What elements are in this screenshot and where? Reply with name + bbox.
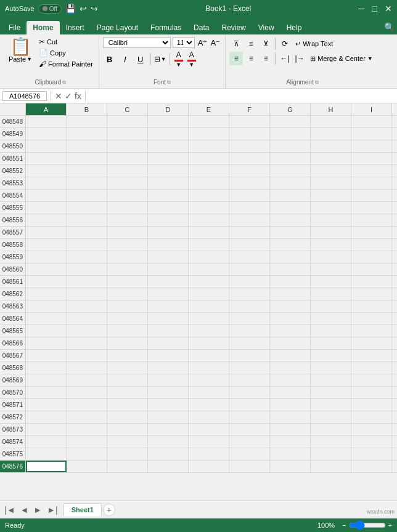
cell[interactable] bbox=[311, 362, 351, 374]
cell[interactable] bbox=[229, 436, 270, 448]
cell[interactable] bbox=[107, 374, 148, 386]
maximize-button[interactable]: □ bbox=[372, 4, 377, 14]
cell[interactable] bbox=[270, 411, 311, 423]
cell[interactable] bbox=[270, 387, 311, 398]
cell[interactable] bbox=[107, 362, 148, 374]
cell[interactable] bbox=[189, 276, 229, 288]
cell[interactable] bbox=[189, 411, 229, 423]
zoom-slider[interactable] bbox=[349, 520, 386, 530]
cell[interactable] bbox=[311, 190, 351, 201]
cell[interactable] bbox=[107, 276, 148, 288]
cell[interactable] bbox=[189, 399, 229, 411]
merge-center-button[interactable]: ⊞ Merge & Center ▼ bbox=[308, 54, 375, 64]
cell[interactable] bbox=[311, 177, 351, 189]
sheet-nav-prev[interactable]: ◄ bbox=[18, 504, 31, 516]
cell[interactable] bbox=[26, 461, 67, 472]
row-number[interactable]: 048569 bbox=[0, 374, 26, 386]
cell[interactable] bbox=[67, 128, 107, 140]
cell[interactable] bbox=[107, 313, 148, 324]
col-header-i[interactable]: I bbox=[351, 103, 392, 115]
align-left-button[interactable]: ≡ bbox=[229, 52, 243, 65]
cell[interactable] bbox=[229, 461, 270, 472]
cell[interactable] bbox=[67, 288, 107, 300]
cell[interactable] bbox=[107, 214, 148, 226]
cell[interactable] bbox=[26, 436, 67, 448]
tab-file[interactable]: File bbox=[2, 21, 27, 34]
align-top-button[interactable]: ⊼ bbox=[229, 37, 243, 50]
cell[interactable] bbox=[311, 276, 351, 288]
cell[interactable] bbox=[67, 153, 107, 164]
cell[interactable] bbox=[351, 448, 392, 460]
cell[interactable] bbox=[107, 227, 148, 238]
cell[interactable] bbox=[229, 190, 270, 201]
cell[interactable] bbox=[311, 448, 351, 460]
cell[interactable] bbox=[351, 362, 392, 374]
cell[interactable] bbox=[351, 190, 392, 201]
cell[interactable] bbox=[189, 325, 229, 337]
cell[interactable] bbox=[26, 448, 67, 460]
row-number[interactable]: 048570 bbox=[0, 387, 26, 398]
cell[interactable] bbox=[270, 239, 311, 251]
cell[interactable] bbox=[270, 251, 311, 263]
tab-view[interactable]: View bbox=[252, 21, 280, 34]
cell[interactable] bbox=[107, 288, 148, 300]
cell[interactable] bbox=[148, 264, 189, 275]
cell[interactable] bbox=[351, 461, 392, 472]
cell[interactable] bbox=[148, 288, 189, 300]
cell[interactable] bbox=[67, 461, 107, 472]
cell[interactable] bbox=[107, 140, 148, 152]
cell[interactable] bbox=[26, 153, 67, 164]
cell[interactable] bbox=[189, 165, 229, 177]
row-number[interactable]: 048565 bbox=[0, 325, 26, 337]
sheet-nav-first[interactable]: |◄ bbox=[2, 504, 17, 516]
row-number[interactable]: 048561 bbox=[0, 276, 26, 288]
cell[interactable] bbox=[26, 399, 67, 411]
cell[interactable] bbox=[26, 325, 67, 337]
cell[interactable] bbox=[67, 448, 107, 460]
row-number[interactable]: 048555 bbox=[0, 202, 26, 214]
minimize-button[interactable]: ─ bbox=[359, 4, 365, 14]
cell[interactable] bbox=[229, 350, 270, 361]
cell[interactable] bbox=[67, 436, 107, 448]
paste-button[interactable]: 📋 Paste ▼ bbox=[6, 37, 35, 64]
row-number[interactable]: 048567 bbox=[0, 350, 26, 361]
cell[interactable] bbox=[351, 300, 392, 312]
cell[interactable] bbox=[229, 177, 270, 189]
cell[interactable] bbox=[270, 288, 311, 300]
font-color-button[interactable]: A ▼ bbox=[186, 50, 197, 68]
cell[interactable] bbox=[311, 300, 351, 312]
cell[interactable] bbox=[26, 374, 67, 386]
cell[interactable] bbox=[229, 362, 270, 374]
cell[interactable] bbox=[26, 288, 67, 300]
row-number[interactable]: 048573 bbox=[0, 424, 26, 435]
cell[interactable] bbox=[148, 276, 189, 288]
row-number[interactable]: 048557 bbox=[0, 227, 26, 238]
cell[interactable] bbox=[270, 140, 311, 152]
cell[interactable] bbox=[67, 374, 107, 386]
zoom-in-button[interactable]: + bbox=[388, 522, 392, 529]
cell[interactable] bbox=[148, 387, 189, 398]
cell[interactable] bbox=[351, 128, 392, 140]
cell[interactable] bbox=[148, 337, 189, 349]
cell[interactable] bbox=[107, 448, 148, 460]
row-number[interactable]: 048566 bbox=[0, 337, 26, 349]
col-header-e[interactable]: E bbox=[189, 103, 229, 115]
cell[interactable] bbox=[107, 399, 148, 411]
align-bottom-button[interactable]: ⊻ bbox=[259, 37, 272, 50]
cell[interactable] bbox=[229, 313, 270, 324]
cell[interactable] bbox=[229, 337, 270, 349]
cell[interactable] bbox=[270, 325, 311, 337]
cell[interactable] bbox=[311, 227, 351, 238]
cut-button[interactable]: ✂ Cut bbox=[37, 37, 95, 47]
cell[interactable] bbox=[26, 190, 67, 201]
cell[interactable] bbox=[189, 116, 229, 127]
cell[interactable] bbox=[26, 116, 67, 127]
cell[interactable] bbox=[311, 128, 351, 140]
font-color-dropdown[interactable]: ▼ bbox=[189, 62, 194, 68]
zoom-control[interactable]: − + bbox=[342, 520, 392, 530]
tab-review[interactable]: Review bbox=[215, 21, 252, 34]
row-number[interactable]: 048574 bbox=[0, 436, 26, 448]
cell[interactable] bbox=[311, 165, 351, 177]
cell[interactable] bbox=[229, 202, 270, 214]
cell[interactable] bbox=[270, 116, 311, 127]
